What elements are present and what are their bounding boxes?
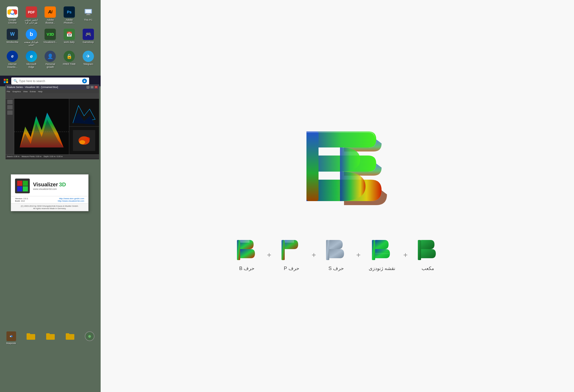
main-logo-area [277,110,398,223]
svg-rect-29 [372,240,375,260]
splash-version-section: Version: 2.0.1 http://www.skm-gmbh.com B… [11,196,88,203]
minimize-button[interactable]: _ [86,86,90,88]
icon-gameloop-label: Gameloop [83,41,94,44]
logo-variant-p: حرف P [279,239,304,271]
splash-build-row: Build: 214 http://www.visualizer3d.com [15,200,84,202]
icon-personalgrowth-label: Personal growth [43,63,58,69]
maximize-button[interactable]: □ [90,86,94,88]
logo-variant-cube: مکعب [416,239,440,271]
plus-sign-3: + [356,251,360,259]
icon-bluebanana[interactable]: b بلوبانک صفحه اصلی [23,28,40,48]
variant-s-label: حرف S [328,265,344,271]
icon-thispc-label: This PC [84,19,93,21]
menu-graphics[interactable]: Graphics [12,90,21,93]
tool-button[interactable] [7,100,13,104]
icon-folder3[interactable] [60,330,80,343]
icon-maiposte-label: Maiposte [6,342,16,345]
close-button[interactable]: ✕ [94,86,98,88]
window-toolbar [6,93,99,99]
icon-windscribe[interactable]: W Windscribe [4,28,21,48]
menu-help[interactable]: Help [38,90,42,93]
splash-dialog: Visualizer 3D www.visualizer3d.com Versi… [11,174,89,211]
desktop-icons-area: Google Chrome PDF انجمن صنفی طراحان گرا … [0,0,101,75]
taskbar-search-input[interactable] [19,79,82,83]
logo-sq-green2 [23,186,28,191]
splash-build: Build: 214 [15,200,25,202]
icon-circle-badge[interactable]: ⊕ [80,330,99,343]
splash-visualizer-text: Visualizer [33,182,58,188]
splash-copyright2: All rights reserved Made in Germany. [15,207,84,210]
svg-rect-25 [240,240,250,243]
svg-rect-23 [306,131,319,201]
splash-logo [15,179,30,193]
icon-edge[interactable]: e Microsoft Edge [23,50,40,70]
status-bar: Search: 0.00 m Measure Points: 0.00 m De… [6,154,99,158]
svg-point-21 [79,140,85,145]
icon-folder1[interactable] [21,330,41,343]
tool-button[interactable] [7,105,13,109]
logo-variants-row: حرف B + حرف P + [235,239,440,271]
svg-point-22 [86,137,90,140]
status-measure: Measure Points: 0.00 m [21,156,41,157]
icon-gameloop[interactable]: 🎮 Gameloop [80,28,97,48]
icon-telegram[interactable]: ✈ Telegram [80,50,97,70]
tool-button[interactable] [7,110,13,115]
terrain-sub1 [69,99,99,127]
svg-rect-28 [326,240,329,260]
icon-workdaily-label: work daily [64,41,75,44]
window-menubar: File Graphics View Extras Help [6,90,99,93]
desktop-bottom-icons: 📬 Maiposte ⊕ [0,329,101,380]
logo-variant-b: حرف B [235,239,259,271]
icon-photoshop[interactable]: Ps Adobe Photosh... [61,5,78,25]
splash-3d-text: 3D [59,182,66,188]
logo-sq-red [17,181,22,186]
splash-copyright1: (C) 2003-2010 by GKM Ortungstechnik Krau… [15,205,84,207]
icon-pdf[interactable]: PDF انجمن صنفی طراحان گرا [23,5,40,25]
terrain-sub2 [69,127,99,154]
icon-windscribe-label: Windscribe [6,41,19,44]
svg-rect-9 [4,81,6,83]
svg-rect-4 [86,10,91,13]
icon-folder2[interactable] [41,330,60,343]
plus-sign-2: + [312,251,316,259]
svg-rect-7 [4,79,6,81]
splash-version: Version: 2.0.1 [15,197,28,200]
icon-visualizer3d[interactable]: V3D Visualizer3... [42,28,59,48]
logo-sq-blue [17,186,22,191]
splash-app-name-row: Visualizer 3D [33,182,66,188]
variant-cube-label: مکعب [422,265,434,271]
icon-personalgrowth[interactable]: 👤 Personal growth [42,50,59,70]
icon-thispc[interactable]: This PC [80,5,97,25]
splash-link2[interactable]: http://www.visualizer3d.com [58,200,84,202]
plus-sign-4: + [403,251,408,259]
icon-ie[interactable]: e Internet Downlo... [4,50,21,70]
menu-view[interactable]: View [23,90,28,93]
icon-freetime[interactable]: 🔒 FREE TIME [61,50,78,70]
icon-illustrator[interactable]: Ai Adobe Illustrat... [42,5,59,25]
icon-workdaily[interactable]: 📅 work daily [61,28,78,48]
icon-chrome[interactable]: Google Chrome [4,5,21,25]
logo-variant-map: نقشه ژنودزی [369,239,395,271]
splash-title: Visualizer 3D www.visualizer3d.com [33,182,66,190]
start-button[interactable] [2,77,10,85]
icon-maiposte[interactable]: 📬 Maiposte [1,330,21,346]
splash-copyright-section: (C) 2003-2010 by GKM Ortungstechnik Krau… [11,203,88,211]
svg-rect-26 [281,240,285,260]
menu-extras[interactable]: Extras [30,90,36,93]
splash-website: www.visualizer3d.com [33,188,66,190]
menu-file[interactable]: File [7,90,10,93]
window-content [6,99,99,154]
svg-rect-8 [6,79,8,81]
svg-rect-24 [237,240,240,260]
main-logo-svg [277,110,398,223]
icon-telegram-label: Telegram [83,63,93,66]
taskbar-search-box[interactable]: 🔍 ◉ [11,77,89,84]
window-sidebar [6,99,14,154]
splash-version-row: Version: 2.0.1 http://www.skm-gmbh.com [15,197,84,200]
variant-b-label: حرف B [239,265,254,271]
visualizer-window: Feature Series - Visualizer 3D - [Unname… [5,84,99,160]
splash-link1[interactable]: http://www.skm-gmbh.com [59,197,84,200]
icon-illustrator-label: Adobe Illustrat... [43,19,58,24]
splash-header: Visualizer 3D www.visualizer3d.com [11,175,88,196]
window-titlebar: Feature Series - Visualizer 3D - [Unname… [6,85,99,90]
